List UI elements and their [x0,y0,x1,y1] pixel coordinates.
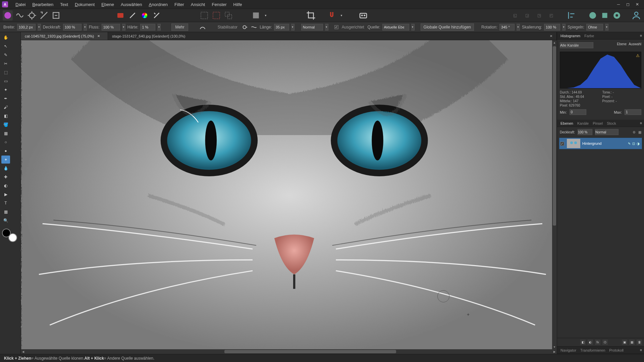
tab-transform[interactable]: Transformieren [580,348,605,352]
layer-row-background[interactable]: ✓ Hintergrund ✎ ⊡ ◑ [559,138,642,149]
tone-map-persona-button[interactable] [39,10,49,20]
tab-navigator[interactable]: Navigator [560,348,576,352]
opacity-input[interactable] [63,24,82,31]
window-minimize-button[interactable]: ─ [614,1,623,8]
view-tool[interactable]: ✋ [1,34,10,42]
add-live-filter-icon[interactable] [612,10,622,20]
auto-levels-icon[interactable] [152,10,162,20]
flip-dropdown[interactable]: ▼ [605,24,608,31]
dodge-tool[interactable]: ○ [1,138,10,146]
healing-tool[interactable]: ✚ [1,173,10,181]
quick-mask-button[interactable] [251,10,261,20]
rotation-input[interactable] [499,24,515,31]
source-dropdown[interactable]: ▼ [411,24,415,31]
erase-brush-tool[interactable]: ◧ [1,112,10,120]
snapping-dropdown[interactable]: ▼ [339,10,344,20]
marquee-tool[interactable]: ▭ [1,77,10,85]
arrange-front-icon[interactable]: ◰ [546,10,556,20]
histogram-mode-selection[interactable]: Auswahl [629,42,641,46]
flow-dropdown[interactable]: ▼ [122,24,125,31]
flow-input[interactable] [102,24,120,31]
add-layer-icon[interactable] [588,10,598,20]
zoom-tool[interactable]: 🔍 [1,217,10,225]
rotation-dropdown[interactable]: ▼ [517,24,520,31]
window-close-button[interactable]: ✕ [633,1,642,8]
close-tab-icon[interactable]: ✕ [550,34,552,38]
width-input[interactable] [17,24,36,31]
clone-brush-tool[interactable]: ⌖ [1,156,10,164]
panel-menu-icon[interactable]: ≡ [640,121,642,125]
assistant-icon[interactable] [358,10,368,20]
foreground-color[interactable] [2,229,11,237]
menu-filter[interactable]: Filter [171,1,187,8]
eyedropper-icon[interactable] [127,10,138,20]
layer-lock-icon[interactable]: ◑ [637,142,640,145]
menu-fenster[interactable]: Fenster [208,1,230,8]
canvas-viewport[interactable]: + ▲▼ [21,40,557,349]
layer-lock-icon[interactable]: ▦ [638,130,641,134]
blend-mode-dropdown[interactable]: ▼ [325,24,328,31]
selection-intersect-icon[interactable] [223,10,233,20]
selection-subtract-icon[interactable] [211,10,221,20]
tab-brushes[interactable]: Pinsel [593,121,603,125]
menu-bearbeiten[interactable]: Bearbeiten [29,1,57,8]
tab-color[interactable]: Farbe [584,34,594,38]
scale-dropdown[interactable]: ▼ [562,24,566,31]
snapping-toggle[interactable] [327,10,337,20]
color-wells[interactable] [2,229,19,242]
close-tab-icon[interactable]: ✕ [97,34,100,38]
opacity-dropdown[interactable]: ▼ [84,24,87,31]
selection-brush-tool[interactable]: ⬚ [1,68,10,76]
arrange-backward-icon[interactable]: ◲ [522,10,532,20]
export-persona-button[interactable] [51,10,61,20]
tab-histogram[interactable]: Histogramm [560,34,580,38]
color-picker-tool[interactable]: ✎ [1,51,10,59]
panel-menu-icon[interactable]: ≡ [640,348,642,352]
delete-layer-icon[interactable]: 🗑 [637,340,642,345]
menu-datei[interactable]: Datei [12,1,29,8]
tab-layers[interactable]: Ebenen [560,121,573,125]
menu-ebene[interactable]: Ebene [98,1,117,8]
layer-link-icon[interactable]: ⊡ [632,142,635,145]
layer-fx-icon[interactable]: ⚙ [633,130,636,134]
mask-layer-icon[interactable]: ◧ [580,340,586,345]
panel-menu-icon[interactable]: ≡ [640,34,642,38]
fx-layer-icon[interactable]: fx [595,340,600,345]
live-filter-icon[interactable]: ⌬ [602,340,608,345]
width-dropdown[interactable]: ▼ [38,24,41,31]
hardness-dropdown[interactable]: ▼ [157,24,161,31]
account-icon[interactable] [631,10,641,20]
menu-text[interactable]: Text [57,1,71,8]
vertical-scrollbar[interactable]: ▲▼ [552,40,557,349]
layer-blend-select[interactable] [595,129,619,135]
document-tab-1[interactable]: cat-1045782_1920.jpg [Geändert] (75,0%) … [21,32,108,40]
pen-tool[interactable]: ✒ [1,95,10,103]
max-input[interactable] [625,109,641,115]
shape-tool[interactable]: ▶ [1,190,10,198]
tab-stock[interactable]: Stock [607,121,616,125]
selection-add-icon[interactable] [199,10,209,20]
add-global-source-button[interactable]: Globale Quelle hinzufügen [421,23,474,31]
crop-tool[interactable]: ✂ [1,60,10,68]
min-input[interactable] [570,109,586,115]
swatch-red-button[interactable] [115,10,125,20]
quick-mask-dropdown[interactable]: ▼ [263,10,268,20]
burn-tool[interactable]: ● [1,147,10,155]
mesh-warp-tool[interactable]: ▦ [1,208,10,216]
photo-persona-button[interactable] [3,10,13,20]
group-layers-icon[interactable]: ▣ [622,340,627,345]
smudge-tool[interactable]: 💧 [1,164,10,172]
gradient-tool[interactable]: ▦ [1,129,10,137]
stabiliser-rope-icon[interactable] [250,23,258,31]
crop-tool-icon[interactable] [306,10,316,20]
arrange-forward-icon[interactable]: ◳ [534,10,544,20]
window-maximize-button[interactable]: ◻ [623,1,633,8]
arrange-back-icon[interactable]: ◱ [510,10,520,20]
paint-brush-tool[interactable]: 🖌 [1,103,10,111]
horizontal-scrollbar[interactable]: ◀▶ [21,349,557,354]
tab-history[interactable]: Protokoll [609,348,624,352]
fill-tool[interactable]: 🪣 [1,121,10,129]
menu-ansicht[interactable]: Ansicht [187,1,209,8]
add-adjustment-icon[interactable] [600,10,610,20]
flood-select-tool[interactable]: ✦ [1,86,10,94]
